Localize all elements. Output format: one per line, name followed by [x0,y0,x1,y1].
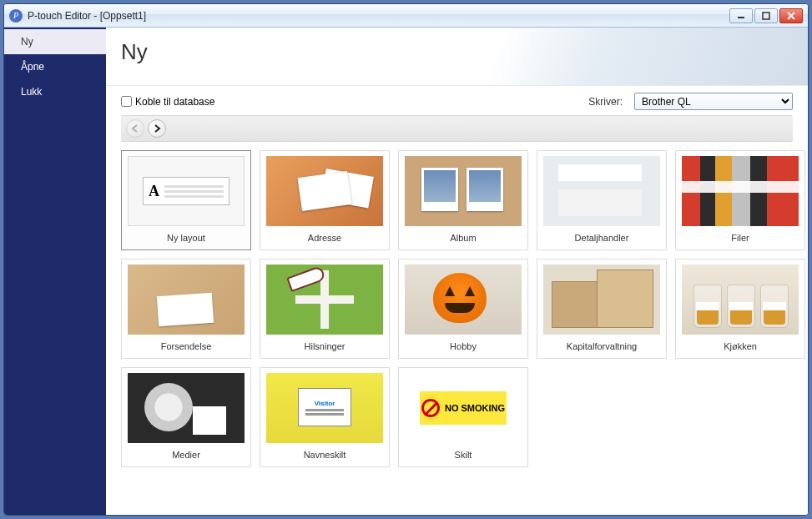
printer-select[interactable]: Brother QL [634,93,793,110]
printer-label: Skriver: [588,96,623,108]
template-tile-filer[interactable]: Filer [675,150,805,250]
window-title: P-touch Editor - [Oppsett1] [28,10,146,22]
template-label: Ny layout [167,233,205,243]
maximize-button[interactable] [754,8,778,23]
template-thumb: NO SMOKING [405,373,522,443]
template-label: Navneskilt [304,450,346,460]
app-icon: P [9,9,23,23]
template-thumb [405,265,522,335]
sidebar-item-new[interactable]: Ny [4,29,106,54]
template-thumb [543,265,660,335]
sidebar-item-close[interactable]: Lukk [4,79,106,104]
template-label: Adresse [308,233,341,243]
sidebar-item-label: Ny [21,36,33,48]
titlebar: P P-touch Editor - [Oppsett1] [4,4,808,28]
svg-rect-1 [763,13,769,19]
template-tile-medier[interactable]: Medier [121,367,251,467]
breadcrumb-nav [121,115,793,142]
template-thumb: A [128,156,245,226]
template-thumb [543,156,660,226]
connect-database-input[interactable] [121,96,132,107]
nav-back-button [126,119,144,138]
nav-forward-button[interactable] [148,119,166,138]
minimize-button[interactable] [729,8,753,23]
controls-row: Koble til database Skriver: Brother QL [106,86,808,115]
template-tile-kjokken[interactable]: Kjøkken [675,259,805,359]
sidebar-item-open[interactable]: Åpne [4,54,106,79]
template-thumb [128,265,245,335]
sidebar-item-label: Lukk [21,86,42,98]
template-label: Kapitalforvaltning [567,341,637,351]
page-title: Ny [121,39,788,65]
template-tile-skilt[interactable]: NO SMOKING Skilt [398,367,528,467]
close-button[interactable] [779,8,803,23]
template-tile-kapitalforvaltning[interactable]: Kapitalforvaltning [537,259,667,359]
header-band: Ny [106,28,808,86]
template-label: Album [450,233,476,243]
arrow-right-icon [153,124,161,133]
app-window: P P-touch Editor - [Oppsett1] Ny Åpne Lu… [3,3,809,516]
template-label: Forsendelse [161,341,212,351]
template-tile-forsendelse[interactable]: Forsendelse [121,259,251,359]
template-thumb [682,156,799,226]
template-label: Hobby [450,341,477,351]
connect-database-checkbox[interactable]: Koble til database [121,96,214,108]
template-label: Skilt [455,450,472,460]
template-grid: A Ny layout Adresse [121,150,793,467]
window-controls [729,8,803,23]
template-tile-new-layout[interactable]: A Ny layout [121,150,251,250]
template-thumb [128,373,245,443]
template-thumb [405,156,522,226]
template-thumb [266,156,383,226]
template-label: Filer [731,233,749,243]
arrow-left-icon [131,124,139,133]
app-body: Ny Åpne Lukk Ny Koble til database Skriv… [4,28,808,515]
template-label: Kjøkken [724,341,757,351]
template-label: Hilsninger [305,341,345,351]
template-thumb [266,265,383,335]
template-grid-scroll[interactable]: A Ny layout Adresse [106,150,808,515]
template-thumb [682,265,799,335]
template-tile-detaljhandler[interactable]: Detaljhandler [537,150,667,250]
template-label: Detaljhandler [575,233,629,243]
no-smoking-icon [421,399,440,417]
connect-database-label: Koble til database [135,96,214,108]
template-thumb: Visitor [266,373,383,443]
template-label: Medier [172,450,200,460]
template-tile-album[interactable]: Album [398,150,528,250]
template-tile-adresse[interactable]: Adresse [260,150,390,250]
template-tile-hilsninger[interactable]: Hilsninger [260,259,390,359]
main-panel: Ny Koble til database Skriver: Brother Q… [106,28,808,515]
template-tile-navneskilt[interactable]: Visitor Navneskilt [260,367,390,467]
sidebar: Ny Åpne Lukk [4,28,106,515]
template-tile-hobby[interactable]: Hobby [398,259,528,359]
sidebar-item-label: Åpne [21,61,44,73]
